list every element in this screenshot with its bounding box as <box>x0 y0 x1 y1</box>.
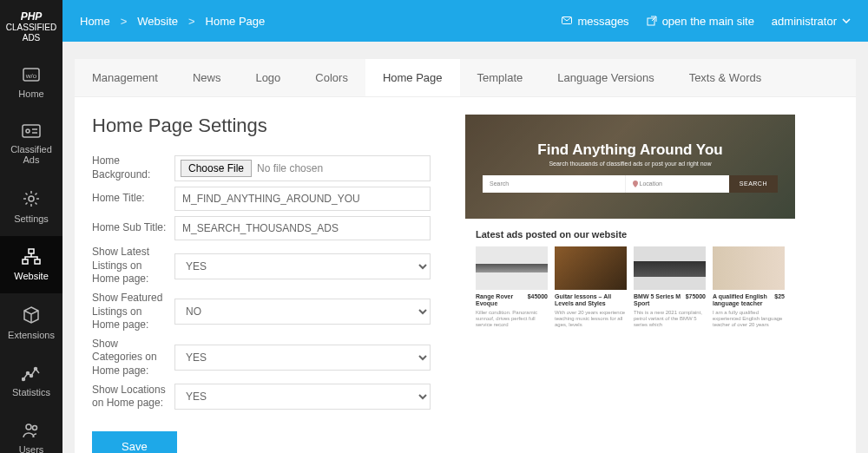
breadcrumb-home[interactable]: Home <box>80 15 110 28</box>
tab-colors[interactable]: Colors <box>298 59 365 96</box>
preview-hero: Find Anything Around You Search thousand… <box>465 115 795 219</box>
svg-point-11 <box>35 368 37 371</box>
sidebar: PHP CLASSIFIED ADS w/o Home Classified A… <box>0 0 62 453</box>
open-site-link[interactable]: open the main site <box>647 15 754 28</box>
preview-hero-sub: Search thousands of classified ads or po… <box>549 161 711 167</box>
choose-file-button[interactable]: Choose File <box>181 160 252 177</box>
users-icon <box>22 422 41 439</box>
show-latest-select[interactable]: YES <box>174 253 431 279</box>
preview-card-image <box>634 246 706 290</box>
svg-rect-2 <box>23 125 40 137</box>
file-name-text: No file chosen <box>257 162 323 174</box>
location-icon <box>633 181 638 187</box>
preview-listings-title: Latest ads posted on our website <box>476 229 785 240</box>
show-latest-label: Show Latest Listings on Home page: <box>92 246 174 286</box>
tab-management[interactable]: Management <box>75 59 175 96</box>
sidebar-item-users[interactable]: Users <box>0 410 62 453</box>
svg-point-9 <box>27 372 30 375</box>
sidebar-item-website[interactable]: Website <box>0 236 62 293</box>
preview-location-input: Location <box>625 175 729 193</box>
main-content: Management News Logo Colors Home Page Te… <box>62 42 868 453</box>
show-featured-select[interactable]: NO <box>174 299 431 325</box>
sidebar-item-classified-ads[interactable]: Classified Ads <box>0 111 62 177</box>
preview-searchbar: Search Location SEARCH <box>483 175 778 193</box>
message-icon <box>562 16 572 25</box>
chevron-down-icon <box>842 18 851 23</box>
home-bg-file-input[interactable]: Choose File No file chosen <box>174 155 431 181</box>
preview-card: Range Rover Evoque$45000 Killer conditio… <box>476 246 548 328</box>
sitemap-icon <box>22 248 41 266</box>
tab-home-page[interactable]: Home Page <box>365 59 460 96</box>
tab-template[interactable]: Template <box>460 59 541 96</box>
show-featured-label: Show Featured Listings on Home page: <box>92 292 174 332</box>
home-sub-title-input[interactable] <box>174 216 431 240</box>
svg-text:w/o: w/o <box>25 72 37 80</box>
home-icon: w/o <box>21 66 42 83</box>
home-bg-label: Home Background: <box>92 154 174 181</box>
site-preview: Find Anything Around You Search thousand… <box>465 115 795 453</box>
svg-point-10 <box>30 375 33 378</box>
gear-icon <box>22 189 41 208</box>
breadcrumb-website[interactable]: Website <box>137 15 178 28</box>
topbar: Home > Website > Home Page messages open… <box>62 0 868 42</box>
show-categories-label: Show Categories on Home page: <box>92 338 174 378</box>
svg-point-4 <box>29 196 34 201</box>
svg-rect-5 <box>29 249 34 253</box>
preview-search-button: SEARCH <box>729 175 778 193</box>
breadcrumb-homepage: Home Page <box>206 15 266 28</box>
preview-card-image <box>476 246 548 290</box>
svg-point-8 <box>23 378 25 381</box>
ads-icon <box>21 123 42 139</box>
messages-link[interactable]: messages <box>562 15 628 28</box>
cube-icon <box>22 305 41 325</box>
save-button[interactable]: Save <box>92 431 177 453</box>
user-menu[interactable]: administrator <box>772 15 851 28</box>
preview-card: A qualified English language teacher$25 … <box>713 246 785 328</box>
breadcrumb-sep: > <box>121 15 128 28</box>
sidebar-item-extensions[interactable]: Extensions <box>0 293 62 352</box>
tab-news[interactable]: News <box>175 59 239 96</box>
svg-rect-6 <box>23 259 28 264</box>
show-categories-select[interactable]: YES <box>174 345 431 371</box>
svg-point-3 <box>26 129 30 133</box>
preview-card-image <box>713 246 785 290</box>
preview-search-input: Search <box>483 175 625 193</box>
preview-card: Guitar lessons – All Levels and Styles W… <box>555 246 627 328</box>
tab-texts-words[interactable]: Texts & Words <box>672 59 779 96</box>
preview-card: BMW 5 Series M Sport$75000 This is a new… <box>634 246 706 328</box>
sidebar-item-statistics[interactable]: Statistics <box>0 352 62 410</box>
svg-point-12 <box>26 424 31 430</box>
external-icon <box>647 16 657 26</box>
sidebar-item-settings[interactable]: Settings <box>0 177 62 236</box>
show-locations-select[interactable]: YES <box>174 384 431 410</box>
app-logo: PHP CLASSIFIED ADS <box>0 0 62 54</box>
preview-card-image <box>555 246 627 290</box>
page-title: Home Page Settings <box>92 115 431 137</box>
sidebar-item-home[interactable]: w/o Home <box>0 54 62 111</box>
preview-listings: Latest ads posted on our website Range R… <box>465 219 795 338</box>
breadcrumb-sep: > <box>188 15 195 28</box>
tab-logo[interactable]: Logo <box>238 59 298 96</box>
home-title-input[interactable] <box>174 187 431 211</box>
home-sub-title-label: Home Sub Title: <box>92 221 174 235</box>
svg-point-13 <box>33 426 37 430</box>
preview-hero-title: Find Anything Around You <box>537 141 722 159</box>
show-locations-label: Show Locations on Home page: <box>92 384 174 410</box>
tab-language-versions[interactable]: Language Versions <box>540 59 671 96</box>
home-title-label: Home Title: <box>92 192 174 206</box>
svg-rect-7 <box>35 259 40 264</box>
tabs: Management News Logo Colors Home Page Te… <box>75 59 856 97</box>
chart-icon <box>22 364 41 382</box>
